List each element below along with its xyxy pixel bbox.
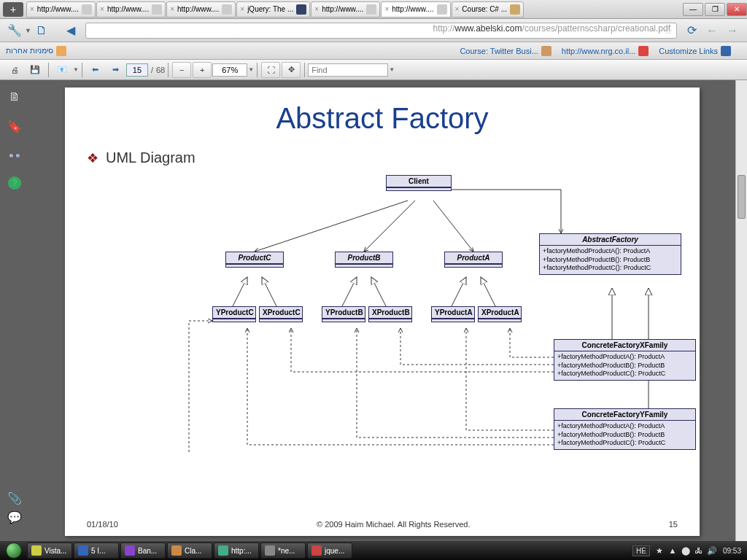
slide-bullet: ❖ UML Diagram: [87, 149, 678, 166]
language-indicator[interactable]: HE: [632, 545, 650, 556]
minimize-button[interactable]: —: [683, 3, 703, 16]
bookmarks-panel-icon[interactable]: 🔖: [7, 118, 23, 134]
task-item[interactable]: http:...: [214, 542, 259, 559]
favicon-icon: [82, 4, 92, 15]
close-icon[interactable]: ×: [455, 5, 460, 13]
bookmark-star-icon[interactable]: ☆: [664, 25, 673, 36]
maximize-button[interactable]: ❐: [705, 3, 725, 16]
start-button[interactable]: [1, 541, 26, 560]
footer-date: 01/18/10: [87, 520, 118, 529]
bookmark-item[interactable]: Course: Twitter Busi...: [460, 46, 551, 56]
tab-6[interactable]: ×Course: C# ...: [452, 1, 525, 18]
clock[interactable]: 09:53: [723, 547, 741, 555]
comment-icon[interactable]: 💬: [7, 510, 23, 524]
zoom-out-button[interactable]: −: [172, 62, 191, 78]
close-window-button[interactable]: ✕: [727, 3, 747, 16]
bookmark-other-folder[interactable]: סימניות אחרות: [6, 46, 66, 56]
volume-icon[interactable]: 🔊: [707, 545, 717, 556]
close-icon[interactable]: ×: [314, 5, 319, 13]
next-page-button[interactable]: ➡: [107, 62, 125, 78]
tray-icon[interactable]: ⬤: [681, 545, 691, 556]
find-input[interactable]: [308, 63, 388, 77]
page-number-input[interactable]: [126, 63, 148, 77]
layers-panel-icon[interactable]: 👓: [7, 147, 23, 163]
uml-diagram: Client ProductC ProductB ProductA YProdu…: [145, 168, 714, 489]
favicon-icon: [222, 4, 232, 15]
favicon-icon: [366, 4, 376, 15]
zoom-input[interactable]: [212, 63, 247, 77]
vertical-scrollbar[interactable]: [735, 80, 747, 541]
uml-box-productC: ProductC: [225, 252, 284, 268]
close-icon[interactable]: ×: [30, 5, 34, 13]
favicon-icon: [510, 4, 520, 15]
nav-back-button[interactable]: ←: [703, 22, 721, 39]
tray-icon[interactable]: ★: [654, 545, 665, 556]
pdf-viewer: 🗎 🔖 👓 ? Abstract Factory ❖ UML Diagram: [0, 80, 747, 541]
task-item[interactable]: jque...: [307, 542, 352, 559]
task-item[interactable]: 5 I...: [74, 542, 119, 559]
fit-page-button[interactable]: ✥: [282, 62, 301, 78]
pdf-page[interactable]: Abstract Factory ❖ UML Diagram: [65, 88, 700, 536]
tray-icon[interactable]: ▲: [667, 545, 678, 556]
favicon-icon: [721, 46, 731, 56]
tab-0[interactable]: ×http://www....: [26, 1, 96, 18]
help-icon[interactable]: ?: [8, 176, 21, 190]
url-bar: 🔧 ▼ 🗋 ◀ http://www.abelski.com/courses/p…: [0, 19, 747, 42]
uml-box-concreteX: ConcreteFactoryXFamily +factoryMethodPro…: [554, 339, 696, 381]
taskbar: Vista... 5 I... Ban... Cla... http:... *…: [0, 541, 747, 560]
close-icon[interactable]: ×: [170, 5, 174, 13]
close-icon[interactable]: ×: [384, 5, 389, 13]
attachment-icon[interactable]: 📎: [7, 491, 23, 505]
mail-button[interactable]: 📧: [53, 62, 71, 78]
uml-box-abstractFactory: AbstractFactory +factoryMethodProductA()…: [539, 233, 681, 275]
svg-line-9: [452, 277, 466, 306]
app-icon: [218, 545, 228, 556]
address-bar[interactable]: http://www.abelski.com/courses/patternsc…: [85, 23, 677, 39]
close-icon[interactable]: ×: [240, 5, 244, 13]
footer-page: 15: [669, 520, 678, 529]
system-tray: HE ★ ▲ ⬤ 🖧 🔊 09:53: [630, 545, 746, 556]
reload-button[interactable]: ⟳: [683, 22, 700, 39]
task-item[interactable]: Cla...: [167, 542, 212, 559]
uml-box-client: Client: [386, 175, 452, 191]
uml-box-yProductC: YProductC: [212, 306, 256, 322]
fit-width-button[interactable]: ⛶: [261, 62, 280, 78]
page-total: 68: [156, 66, 165, 74]
folder-icon: [56, 46, 66, 56]
zoom-in-button[interactable]: +: [193, 62, 212, 78]
bookmark-item[interactable]: http://www.nrg.co.il...: [562, 46, 649, 56]
new-tab-button[interactable]: +: [3, 2, 23, 17]
uml-box-yProductB: YProductB: [322, 306, 365, 322]
wrench-icon[interactable]: 🔧: [6, 22, 23, 39]
pdf-aux-icons: 📎 💬: [7, 486, 23, 524]
tab-1[interactable]: ×http://www....: [96, 1, 166, 18]
tab-2[interactable]: ×http://www....: [166, 1, 236, 18]
nav-forward-button[interactable]: →: [724, 22, 741, 39]
save-button[interactable]: 💾: [26, 62, 44, 78]
page-icon[interactable]: 🗋: [33, 22, 50, 39]
task-item[interactable]: Ban...: [120, 542, 166, 559]
tab-3[interactable]: ×jQuery: The ...: [236, 1, 310, 18]
windows-logo-icon: [6, 542, 22, 559]
favicon-icon: [541, 46, 551, 56]
back-button[interactable]: ◀: [62, 22, 80, 39]
tab-5[interactable]: ×http://www....: [381, 1, 450, 18]
favicon-icon: [152, 4, 162, 15]
app-icon: [78, 545, 88, 556]
favicon-icon: [638, 46, 649, 56]
tab-4[interactable]: ×http://www....: [311, 1, 380, 18]
task-item[interactable]: *ne...: [260, 542, 306, 559]
scrollbar-thumb[interactable]: [738, 175, 746, 219]
print-button[interactable]: 🖨: [5, 62, 24, 78]
bookmark-item[interactable]: Customize Links: [659, 46, 731, 56]
uml-box-xProductB: XProductB: [368, 306, 412, 322]
prev-page-button[interactable]: ⬅: [86, 62, 105, 78]
uml-box-xProductC: XProductC: [259, 306, 303, 322]
uml-box-productA: ProductA: [444, 252, 503, 268]
close-icon[interactable]: ×: [100, 5, 104, 13]
task-item[interactable]: Vista...: [27, 542, 72, 559]
network-icon[interactable]: 🖧: [694, 545, 704, 556]
pages-panel-icon[interactable]: 🗎: [7, 89, 23, 105]
svg-line-8: [371, 277, 386, 306]
app-icon: [125, 545, 135, 556]
